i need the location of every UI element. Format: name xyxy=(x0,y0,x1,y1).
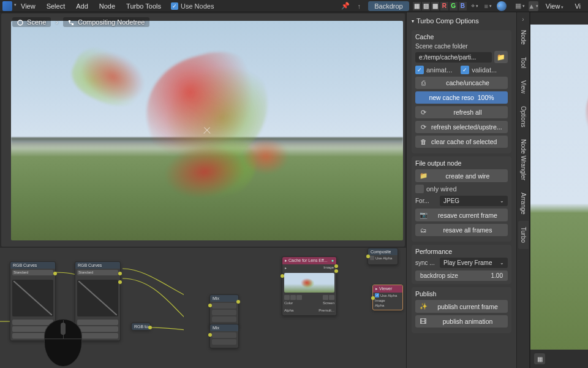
animated-label: animat... xyxy=(426,66,452,74)
resave-all-button[interactable]: 🗂resave all frames xyxy=(415,224,508,236)
frames-icon: 🗂 xyxy=(419,226,428,234)
folder-icon[interactable]: 📁 xyxy=(494,51,508,63)
chevron-right-icon[interactable]: › xyxy=(521,15,525,24)
svg-rect-1 xyxy=(69,20,70,22)
tab-node-wrangler[interactable]: Node Wrangler xyxy=(518,133,529,186)
animated-checkbox[interactable]: ✓ xyxy=(415,66,424,74)
breadcrumb-nodetree[interactable]: Compositing Nodetree xyxy=(63,17,150,27)
node-mix-2[interactable]: Mix xyxy=(209,324,239,348)
node-graph[interactable]: RGB Curves Standard RGB Curves Standard … xyxy=(0,248,406,368)
svg-point-0 xyxy=(18,20,23,25)
pin-icon[interactable]: 📌 xyxy=(341,1,350,11)
node-dropdown[interactable]: Standard xyxy=(77,270,118,275)
format-select[interactable]: JPEG⌄ xyxy=(440,196,508,206)
image-mode-icon[interactable]: ▲ xyxy=(529,1,538,11)
editor-type-icon[interactable]: ▦ xyxy=(515,1,525,11)
validate-checkbox[interactable]: ✓ xyxy=(461,66,469,74)
channel-image-icon[interactable]: ▦ xyxy=(412,1,421,11)
film-icon: 🎞 xyxy=(419,318,428,325)
right-menu-vi[interactable]: Vi xyxy=(570,1,586,11)
overlay-icon[interactable]: ≡ xyxy=(483,1,493,11)
node-dropdown[interactable]: Standard xyxy=(12,270,53,275)
create-wire-button[interactable]: 📁create and wire xyxy=(415,169,508,182)
node-cache[interactable]: ▸ Cache for Lens Eff...● ▸ Image ColorSc… xyxy=(282,256,337,316)
viewer-mode-icon[interactable]: ▦ xyxy=(534,353,545,364)
image-viewer-canvas[interactable] xyxy=(530,12,588,350)
tab-options[interactable]: Options xyxy=(518,100,529,133)
vertical-tabs: › Node Tool View Options Node Wrangler A… xyxy=(516,12,530,368)
node-composite[interactable]: Composite Use Alpha xyxy=(368,248,398,265)
new-cache-reso-button[interactable]: new cache reso 100% xyxy=(415,91,508,104)
cache-icon: ⎙ xyxy=(419,79,428,86)
tab-arrange[interactable]: Arrange xyxy=(518,186,529,221)
tab-turbo[interactable]: Turbo xyxy=(518,221,529,249)
panel-title[interactable]: ▾Turbo Comp Options xyxy=(412,16,511,27)
folder-icon: 📁 xyxy=(419,172,428,180)
menu-select[interactable]: Select xyxy=(42,1,70,11)
node-header: RGB Curves xyxy=(10,262,55,269)
tab-view[interactable]: View xyxy=(518,74,529,100)
tab-tool[interactable]: Tool xyxy=(518,51,529,74)
arrow-up-icon[interactable]: ↑ xyxy=(354,1,364,11)
right-menu-view[interactable]: View xyxy=(541,1,569,11)
menu-node[interactable]: Node xyxy=(94,1,120,11)
channel-r-button[interactable]: R xyxy=(440,1,449,11)
trash-icon: 🗑 xyxy=(419,138,428,145)
breadcrumb-scene[interactable]: Scene xyxy=(12,17,51,27)
channel-alpha-icon[interactable]: ▨ xyxy=(421,1,431,11)
menu-turbo-tools[interactable]: Turbo Tools xyxy=(121,1,166,11)
section-label: Publish xyxy=(415,290,508,297)
use-nodes-checkbox[interactable]: ✓ Use Nodes xyxy=(167,1,217,11)
sync-label: sync ... xyxy=(415,258,440,268)
curve-widget[interactable] xyxy=(77,280,118,316)
section-performance: Performance sync ... Play Every Frame⌄ b… xyxy=(412,245,511,284)
snap-icon[interactable]: ⌖ xyxy=(470,1,480,11)
only-wired-label: only wired xyxy=(426,185,457,193)
node-header: ▸ Cache for Lens Eff...● xyxy=(282,257,336,264)
cache-uncache-button[interactable]: ⎙cache/uncache xyxy=(415,77,508,89)
node-header: Mix xyxy=(210,324,238,331)
section-label: Performance xyxy=(415,248,508,255)
format-label: For... xyxy=(415,196,440,206)
backdrop-button[interactable]: Backdrop xyxy=(368,1,409,11)
section-file-output: File output node 📁create and wire ✓only … xyxy=(412,156,511,242)
app-logo-icon[interactable] xyxy=(2,1,12,11)
channel-zebra-icon[interactable]: ▩ xyxy=(431,1,440,11)
cache-folder-field[interactable]: e:/temp/cache/parti... xyxy=(415,52,492,63)
node-header: RGB Curves xyxy=(75,262,120,269)
curve-widget[interactable] xyxy=(12,280,53,316)
refresh-selected-button[interactable]: ⟳refresh selected/upstre... xyxy=(415,121,508,133)
refresh-all-button[interactable]: ⟳refresh all xyxy=(415,106,508,118)
backdrop-preview: Scene › Compositing Nodetree xyxy=(1,13,405,247)
menu-view[interactable]: View xyxy=(16,1,40,11)
section-publish: Publish ✨publish current frame 🎞publish … xyxy=(412,287,511,333)
node-header: Composite xyxy=(368,248,398,255)
refresh-icon: ⟳ xyxy=(419,123,428,131)
node-collapsed[interactable]: RGB to... xyxy=(131,323,151,330)
node-header: Mix xyxy=(210,295,238,302)
shading-globe-icon[interactable] xyxy=(497,1,507,11)
menu-add[interactable]: Add xyxy=(71,1,93,11)
section-cache: Cache Scene cache folder e:/temp/cache/p… xyxy=(412,30,511,153)
side-panel: ▾Turbo Comp Options Cache Scene cache fo… xyxy=(406,12,516,368)
refresh-icon: ⟳ xyxy=(419,109,428,116)
camera-icon: 📷 xyxy=(419,211,428,219)
channel-b-button[interactable]: B xyxy=(458,1,467,11)
publish-current-button[interactable]: ✨publish current frame xyxy=(415,300,508,313)
node-viewer[interactable]: ▸ Viewer ✓Use Alpha Image Alpha xyxy=(372,285,403,310)
image-viewer: ▦ xyxy=(530,12,588,368)
validate-label: validat... xyxy=(472,66,497,74)
breadcrumb: Scene › Compositing Nodetree xyxy=(12,17,149,27)
sync-select[interactable]: Play Every Frame⌄ xyxy=(440,258,508,268)
clear-cache-button[interactable]: 🗑clear cache of selected xyxy=(415,136,508,148)
publish-animation-button[interactable]: 🎞publish animation xyxy=(415,315,508,328)
node-header: ▸ Viewer xyxy=(373,285,402,293)
backdrop-size-slider[interactable]: backdrop size 1.00 xyxy=(415,270,508,281)
resave-current-button[interactable]: 📷resave current frame xyxy=(415,209,508,221)
only-wired-checkbox[interactable]: ✓ xyxy=(415,185,424,193)
node-mix-1[interactable]: Mix xyxy=(209,294,239,328)
node-thumbnail xyxy=(284,273,334,293)
channel-g-button[interactable]: G xyxy=(449,1,458,11)
tab-node[interactable]: Node xyxy=(518,24,529,51)
checkbox-icon: ✓ xyxy=(171,2,178,10)
